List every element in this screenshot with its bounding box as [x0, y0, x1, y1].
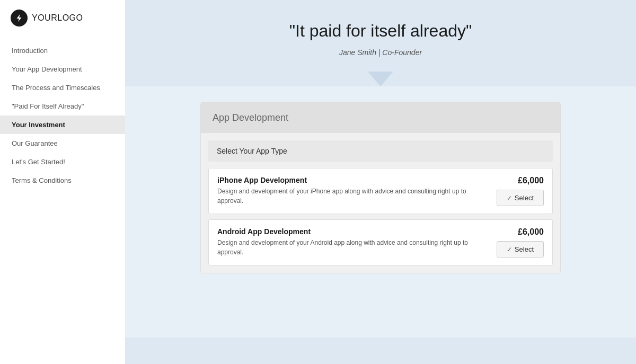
sidebar-item-app-development[interactable]: Your App Development: [0, 60, 125, 78]
hero-chevron: [146, 72, 615, 86]
bottom-section: [125, 338, 636, 364]
chevron-down-icon: [368, 72, 393, 86]
svg-marker-1: [368, 72, 393, 86]
iphone-select-label: Select: [515, 194, 534, 202]
android-select-label: Select: [515, 245, 534, 253]
android-select-button[interactable]: ✓ Select: [497, 241, 544, 258]
logo-bold: YOUR: [32, 13, 57, 22]
hero-author: Jane Smith | Co-Founder: [146, 48, 615, 57]
app-dev-body: Select Your App Type iPhone App Developm…: [201, 133, 560, 273]
iphone-option-desc: Design and development of your iPhone ap…: [217, 187, 488, 206]
android-option-card: Android App Development Design and devel…: [208, 219, 553, 265]
iphone-option-card: iPhone App Development Design and develo…: [208, 168, 553, 214]
hero-quote: "It paid for itself already": [146, 21, 615, 41]
android-option-price: £6,000: [518, 227, 544, 237]
iphone-option-price: £6,000: [518, 176, 544, 185]
android-option-info: Android App Development Design and devel…: [217, 227, 497, 257]
android-option-right: £6,000 ✓ Select: [497, 227, 544, 258]
svg-marker-0: [17, 14, 22, 22]
sidebar-item-guarantee[interactable]: Our Guarantee: [0, 134, 125, 153]
check-icon-iphone: ✓: [507, 194, 512, 202]
app-development-card: App Development Select Your App Type iPh…: [200, 102, 561, 273]
sidebar-item-paid[interactable]: "Paid For Itself Already": [0, 97, 125, 116]
iphone-select-button[interactable]: ✓ Select: [497, 190, 544, 206]
select-app-type-bar: Select Your App Type: [208, 140, 553, 162]
iphone-option-right: £6,000 ✓ Select: [497, 176, 544, 206]
sidebar-item-investment[interactable]: Your Investment: [0, 116, 125, 134]
logo-icon: [11, 10, 28, 26]
logo-text: YOURLOGO: [32, 13, 83, 23]
sidebar-item-introduction[interactable]: Introduction: [0, 41, 125, 60]
logo-area: YOURLOGO: [0, 0, 125, 36]
lightning-bolt-icon: [14, 13, 24, 23]
android-option-desc: Design and development of your Android a…: [217, 238, 488, 257]
main-content: "It paid for itself already" Jane Smith …: [125, 0, 636, 364]
sidebar-item-terms[interactable]: Terms & Conditions: [0, 171, 125, 190]
app-dev-section-title: App Development: [201, 103, 560, 133]
iphone-option-info: iPhone App Development Design and develo…: [217, 176, 497, 206]
sidebar-item-get-started[interactable]: Let's Get Started!: [0, 153, 125, 171]
sidebar: YOURLOGO Introduction Your App Developme…: [0, 0, 125, 364]
content-section: App Development Select Your App Type iPh…: [125, 86, 636, 338]
hero-section: "It paid for itself already" Jane Smith …: [125, 0, 636, 86]
check-icon-android: ✓: [507, 246, 512, 253]
sidebar-item-process[interactable]: The Process and Timescales: [0, 78, 125, 97]
nav-menu: Introduction Your App Development The Pr…: [0, 36, 125, 364]
logo-regular: LOGO: [57, 13, 83, 22]
android-option-title: Android App Development: [217, 227, 488, 236]
iphone-option-title: iPhone App Development: [217, 176, 488, 184]
